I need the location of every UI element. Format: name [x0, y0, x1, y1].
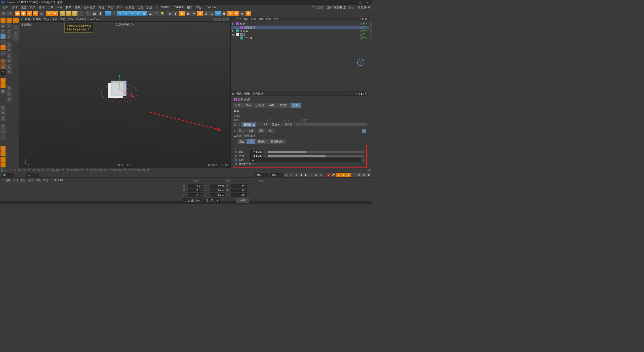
layer-btn-2[interactable]: 延迟	[257, 128, 266, 133]
objects-tree[interactable]: ♆ ⊟简易◫✓圆锥体域◫✓⊟立方体◫✓⊟克隆◫✓立方体.1◫✓	[231, 21, 369, 92]
next-key[interactable]: ▸▸	[314, 173, 318, 177]
falloff-item-row[interactable]: ▲ 圆锥体域 ⚙♆ 普通 ▾ 100 %	[232, 122, 368, 126]
menu-INSYDIUM[interactable]: INSYDIUM	[154, 5, 171, 10]
extra-tool-13[interactable]: ✳	[246, 11, 251, 16]
bottom-tab-查看[interactable]: 查看	[20, 179, 26, 182]
move-tool[interactable]: ✥	[21, 11, 26, 16]
rotate-tool[interactable]: ⟳	[33, 11, 38, 16]
height-slider[interactable]	[268, 151, 364, 153]
obj-tab-标签[interactable]: 标签	[266, 17, 271, 20]
tree-row[interactable]: 立方体.1◫✓	[231, 36, 369, 40]
lt2-11[interactable]: ▢	[7, 85, 12, 91]
sel-lasso[interactable]: ⬡	[1, 157, 6, 162]
point-mode[interactable]: ·	[1, 40, 6, 45]
frame-start[interactable]: 0 F	[2, 173, 14, 177]
menu-动画[interactable]: 动画	[106, 5, 115, 10]
key-pos[interactable]: ◆	[336, 173, 341, 177]
obj-search-icon[interactable]: ⚲ ◧ ⚙	[359, 17, 367, 21]
lt2-12[interactable]: ▢	[7, 91, 12, 96]
menu-模拟[interactable]: 模拟	[115, 5, 124, 10]
workplane-mode[interactable]: ◈	[1, 34, 6, 39]
extra-tool-1[interactable]: ▯	[167, 11, 173, 16]
menu-跟踪器[interactable]: 跟踪器	[124, 5, 136, 10]
misc-1[interactable]: ◐	[1, 105, 6, 110]
next-frame[interactable]: ▸	[309, 173, 313, 177]
lt2-8[interactable]: ▢	[7, 58, 12, 63]
vp-menu-面板[interactable]: 面板	[68, 18, 73, 21]
coord-field[interactable]: 0 cm	[210, 184, 225, 188]
camera-add[interactable]: 📷	[153, 11, 159, 16]
vp-nav-3[interactable]	[222, 18, 225, 21]
extra-tool-3[interactable]: ◆	[179, 11, 185, 16]
sel-rect[interactable]: ▭	[1, 151, 6, 156]
extra-tool-7[interactable]: ⊞	[203, 11, 209, 16]
misc-6[interactable]: ⋮	[1, 135, 6, 140]
extra-tool-10[interactable]: ◎	[227, 11, 233, 16]
layer-tab-域[interactable]: 域	[247, 139, 255, 144]
menu-模式[interactable]: 模式	[28, 5, 37, 10]
vp-nav-4[interactable]	[226, 18, 229, 21]
lt3-move[interactable]: ✛	[13, 18, 19, 23]
misc-3[interactable]: ◫	[1, 116, 6, 121]
deformer[interactable]: ▦	[141, 11, 147, 16]
vp-menu-显示[interactable]: 显示	[44, 18, 49, 21]
obj-tab-查看[interactable]: 查看	[251, 17, 256, 20]
array[interactable]: ◈	[135, 11, 141, 16]
vp-menu-摄像机[interactable]: 摄像机	[33, 18, 41, 21]
layer-btn-3[interactable]: 遮...	[267, 128, 275, 133]
rg-3[interactable]	[370, 34, 372, 39]
workplane-2[interactable]: ⊡	[1, 83, 6, 88]
menu-创建[interactable]: 创建	[19, 5, 28, 10]
z-axis-toggle[interactable]: Z	[72, 11, 77, 16]
key-pla[interactable]: ◫	[356, 173, 361, 177]
node-space-value[interactable]: 当前 (标准/物理)	[326, 6, 346, 9]
panel-menu-icon[interactable]: ≡	[232, 18, 234, 21]
attr-nav-back[interactable]: ←	[348, 92, 351, 95]
attr-maintab-效果器[interactable]: 效果器	[254, 103, 266, 108]
vp-menu-Redshift[interactable]: Redshift	[76, 18, 86, 21]
bottom-tab-材质[interactable]: 材质	[35, 179, 41, 182]
obj-tab-书签[interactable]: 书签	[273, 17, 279, 20]
lt2-9[interactable]: ▢	[7, 64, 12, 69]
bottom-tab-选择[interactable]: 选择	[28, 179, 33, 182]
coord-mode-2[interactable]: 绝对尺寸 ▾	[204, 198, 220, 203]
menu-渲染[interactable]: 渲染	[136, 5, 145, 10]
bottom-tab-编辑[interactable]: 编辑	[13, 179, 18, 182]
generator2[interactable]: ◈	[123, 11, 129, 16]
lt2-1[interactable]: ⚙	[7, 18, 12, 23]
attr-maintab-基本[interactable]: 基本	[233, 103, 243, 108]
clip-checkbox[interactable]	[253, 163, 255, 165]
key-scale[interactable]: ◆	[341, 173, 346, 177]
close-button[interactable]: ✕	[364, 1, 371, 5]
extra-tool-8[interactable]: ⊡	[209, 11, 215, 16]
vp-menu-选项[interactable]: 选项	[52, 18, 57, 21]
tree-row[interactable]: 圆锥体域◫✓	[231, 26, 369, 29]
attr-maintab-坐标[interactable]: 坐标	[243, 103, 253, 108]
obj-tab-文件[interactable]: 文件	[236, 17, 241, 20]
coord-field[interactable]: 0 cm	[188, 189, 203, 192]
menu-选择[interactable]: 选择	[37, 5, 46, 10]
maximize-button[interactable]: ▢	[356, 1, 363, 5]
qr-tool[interactable]: QR	[215, 11, 221, 16]
axis-gizmo[interactable]: yxz	[24, 158, 32, 165]
y-axis-toggle[interactable]: Y	[66, 11, 71, 16]
layer-tab-混合[interactable]: 混合	[237, 139, 247, 144]
coord-field[interactable]: 0 °	[231, 189, 247, 192]
poly-mode[interactable]: ▱	[1, 51, 6, 56]
goto-end[interactable]: ⏭	[319, 173, 324, 177]
menu-网格[interactable]: 网格	[55, 5, 64, 10]
texture-mode[interactable]: ◫	[1, 29, 6, 34]
menu-体积[interactable]: 体积	[73, 5, 82, 10]
falloff-item-enable[interactable]	[234, 123, 236, 126]
frame-current[interactable]: 0 F	[26, 173, 39, 177]
radius-input[interactable]: 300 cm	[250, 154, 263, 158]
frame-range-end[interactable]: 300 F	[270, 173, 283, 177]
lt2-7[interactable]: ▢	[7, 53, 12, 58]
attr-tab-模式[interactable]: 模式	[236, 92, 242, 95]
extra-tool-5[interactable]: ✦	[191, 11, 197, 16]
key-rot[interactable]: ◆	[346, 173, 351, 177]
render-pv[interactable]: ▦	[92, 11, 97, 16]
lt2-4[interactable]: ▢	[7, 34, 12, 39]
falloff-item-name[interactable]: 圆锥体域	[242, 122, 256, 127]
render-view[interactable]: 🎬	[86, 11, 91, 16]
